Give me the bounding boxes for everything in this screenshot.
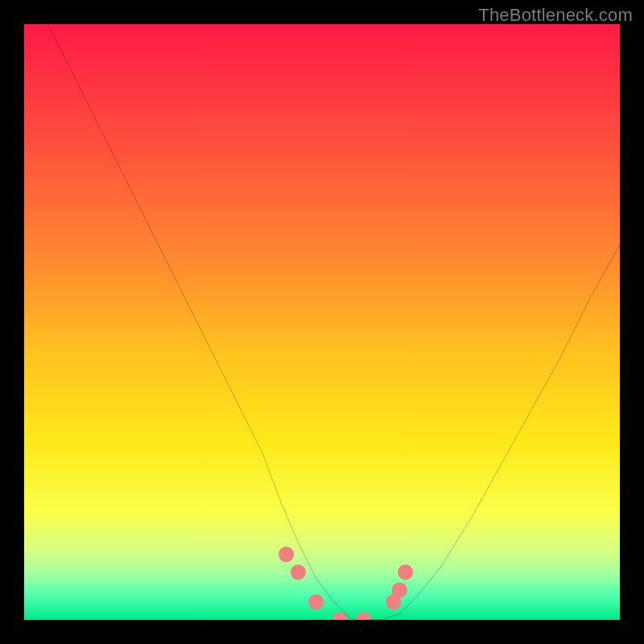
marker-dot (392, 582, 407, 597)
marker-dot (308, 594, 324, 609)
marker-dot (398, 564, 413, 580)
marker-dot (291, 564, 306, 580)
bottleneck-curve (48, 24, 620, 620)
plot-area (24, 24, 620, 620)
curve-layer (24, 24, 620, 620)
marker-dot (356, 612, 371, 620)
marker-dot (279, 547, 294, 562)
chart-frame: TheBottleneck.com (0, 0, 644, 644)
watermark-text: TheBottleneck.com (478, 5, 633, 26)
marker-dots (279, 547, 413, 620)
